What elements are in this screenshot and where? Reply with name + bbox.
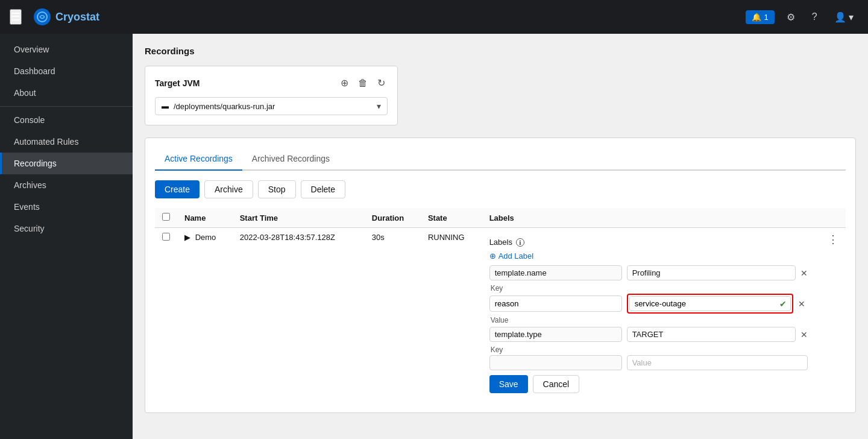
save-button[interactable]: Save <box>489 375 528 393</box>
question-icon: ? <box>812 11 817 22</box>
header-duration: Duration <box>365 208 421 228</box>
cancel-label: Cancel <box>543 379 570 389</box>
create-button[interactable]: Create <box>155 180 200 198</box>
bell-icon: 🔔 <box>752 13 761 22</box>
sidebar-item-automated-rules[interactable]: Automated Rules <box>0 131 133 153</box>
help-button[interactable]: ? <box>807 9 822 25</box>
kv-empty-value-label: Value <box>627 355 808 370</box>
recordings-panel: Active Recordings Archived Recordings Cr… <box>145 137 856 413</box>
jvm-refresh-button[interactable]: ↻ <box>375 76 388 90</box>
labels-header: Labels ℹ <box>489 238 808 247</box>
label-value-target: TARGET <box>627 327 796 342</box>
tab-archived-label: Archived Recordings <box>252 154 330 163</box>
jvm-target-dropdown[interactable]: ▬ /deployments/quarkus-run.jar ▾ <box>155 97 388 115</box>
archive-button[interactable]: Archive <box>204 180 253 198</box>
stop-label: Stop <box>268 185 286 194</box>
sidebar-label-events: Events <box>14 202 40 212</box>
jvm-add-button[interactable]: ⊕ <box>338 76 351 90</box>
sidebar-item-security[interactable]: Security <box>0 218 133 239</box>
save-label: Save <box>499 379 518 389</box>
sidebar: Overview Dashboard About Console Automat… <box>0 34 133 439</box>
sidebar-item-dashboard[interactable]: Dashboard <box>0 60 133 82</box>
header-name: Name <box>177 208 233 228</box>
row-name: Demo <box>195 233 216 242</box>
header-checkbox-cell <box>155 208 177 228</box>
add-icon: ⊕ <box>341 78 348 88</box>
tab-archived-recordings[interactable]: Archived Recordings <box>242 148 339 171</box>
archive-label: Archive <box>215 185 243 194</box>
refresh-icon: ↻ <box>377 78 385 88</box>
main-content: Recordings Target JVM ⊕ 🗑 ↻ ▬ <box>133 34 868 439</box>
row-labels-cell: Labels ℹ ⊕ Add Label <box>482 228 816 403</box>
notification-count: 1 <box>764 13 768 22</box>
gear-icon: ⚙ <box>787 12 795 22</box>
row-checkbox[interactable] <box>162 233 170 241</box>
select-all-checkbox[interactable] <box>162 213 170 221</box>
sidebar-label-dashboard: Dashboard <box>14 66 55 76</box>
kv-empty-key <box>489 355 622 370</box>
cancel-button[interactable]: Cancel <box>533 375 580 393</box>
dropdown-chevron-icon: ▾ <box>377 101 381 111</box>
kv-section-template-type: template.type TARGET ✕ Key <box>489 327 808 370</box>
kv-key-input-reason[interactable] <box>489 295 622 312</box>
kv-value-inner-box: ✔ <box>629 296 791 311</box>
recordings-tabs: Active Recordings Archived Recordings <box>155 148 846 171</box>
top-navigation: ☰ Cryostat 🔔 1 ⚙ ? 👤 ▾ <box>0 0 868 34</box>
header-actions <box>815 208 846 228</box>
jvm-delete-button[interactable]: 🗑 <box>356 76 370 90</box>
sidebar-item-archives[interactable]: Archives <box>0 174 133 196</box>
label-key-cell-type: template.type <box>489 327 622 342</box>
row-state: RUNNING <box>421 228 482 403</box>
row-more-options-button[interactable]: ⋮ <box>828 233 838 246</box>
stop-button[interactable]: Stop <box>258 180 296 198</box>
labels-panel: Labels ℹ ⊕ Add Label <box>489 233 808 398</box>
hamburger-menu-button[interactable]: ☰ <box>10 9 22 25</box>
expand-icon[interactable]: ▶ <box>184 233 190 242</box>
label-delete-template-name-button[interactable]: ✕ <box>800 268 808 278</box>
kv-section-reason: Key <box>489 284 808 324</box>
labels-title: Labels <box>489 238 512 247</box>
server-icon: ▬ <box>162 102 169 110</box>
add-label-text: Add Label <box>498 251 534 261</box>
table-body: ▶ Demo 2022-03-28T18:43:57.128Z 30s RUNN… <box>155 228 846 403</box>
row-expand-name-cell: ▶ Demo <box>177 228 233 403</box>
table-header: Name Start Time Duration State Labels <box>155 208 846 228</box>
add-label-button[interactable]: ⊕ Add Label <box>489 251 534 261</box>
kv-value-input-reason[interactable] <box>630 297 776 311</box>
check-icon: ✔ <box>776 299 790 309</box>
user-menu-button[interactable]: 👤 ▾ <box>829 9 858 25</box>
sidebar-item-console[interactable]: Console <box>0 109 133 131</box>
trash-icon: 🗑 <box>358 78 368 88</box>
notification-bell-button[interactable]: 🔔 1 <box>746 10 774 24</box>
header-state: State <box>421 208 482 228</box>
kv-value-label-reason: Value <box>489 316 808 324</box>
label-key-cell: template.name <box>489 265 622 280</box>
kv-row-reason: ✔ ✕ <box>489 294 808 314</box>
jvm-card: Target JVM ⊕ 🗑 ↻ ▬ /deployments/quarkus-… <box>145 66 398 125</box>
delete-label: Delete <box>311 185 335 194</box>
kv-value-highlighted-wrapper: ✔ ✕ <box>627 294 808 314</box>
sidebar-item-events[interactable]: Events <box>0 196 133 218</box>
sidebar-item-recordings[interactable]: Recordings <box>0 153 133 174</box>
label-key-template-type: template.type <box>489 327 622 342</box>
recordings-content: Active Recordings Archived Recordings Cr… <box>145 138 855 412</box>
page-title: Recordings <box>145 46 856 56</box>
kv-value-red-border-box: ✔ <box>627 294 794 314</box>
labels-info-icon[interactable]: ℹ <box>516 238 524 247</box>
kv-key-label-below-type: Key <box>489 346 808 354</box>
sidebar-item-overview[interactable]: Overview <box>0 39 133 60</box>
label-delete-template-type-button[interactable]: ✕ <box>800 330 808 340</box>
tab-active-recordings[interactable]: Active Recordings <box>155 148 242 171</box>
sidebar-item-about[interactable]: About <box>0 82 133 104</box>
label-value-cell-type: TARGET <box>627 327 796 342</box>
jvm-card-header: Target JVM ⊕ 🗑 ↻ <box>155 76 388 90</box>
header-start-time: Start Time <box>233 208 365 228</box>
delete-button[interactable]: Delete <box>301 180 345 198</box>
row-more-cell: ⋮ <box>815 228 846 403</box>
user-chevron-icon: ▾ <box>849 12 854 22</box>
settings-button[interactable]: ⚙ <box>782 9 800 25</box>
app-name: Cryostat <box>55 11 99 24</box>
sidebar-label-about: About <box>14 88 36 98</box>
kv-delete-reason-button[interactable]: ✕ <box>796 299 808 309</box>
kv-key-label-reason: Key <box>489 284 808 292</box>
